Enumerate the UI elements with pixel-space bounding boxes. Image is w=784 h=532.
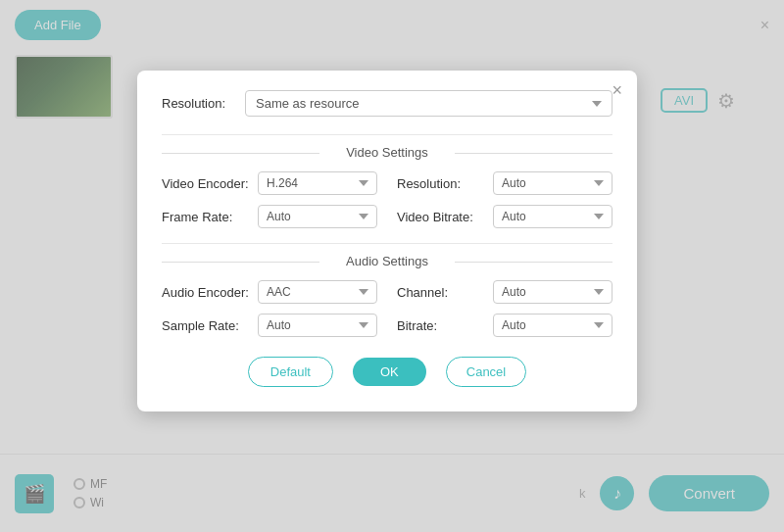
sample-rate-row: Sample Rate: Auto — [162, 314, 377, 337]
frame-rate-label: Frame Rate: — [162, 210, 250, 224]
channel-label: Channel: — [397, 285, 485, 300]
ok-button[interactable]: OK — [353, 358, 426, 386]
video-encoder-label: Video Encoder: — [162, 176, 250, 191]
video-bitrate-select[interactable]: Auto — [493, 205, 612, 228]
channel-select[interactable]: Auto — [493, 280, 612, 304]
bitrate-label: Bitrate: — [397, 318, 485, 333]
resolution-select[interactable]: Same as resource — [245, 90, 612, 117]
frame-rate-select[interactable]: Auto — [258, 205, 377, 228]
audio-encoder-label: Audio Encoder: — [162, 285, 250, 300]
default-button[interactable]: Default — [248, 357, 333, 387]
audio-encoder-select[interactable]: AAC — [258, 280, 377, 304]
resolution-setting-label: Resolution: — [397, 176, 485, 191]
frame-rate-row: Frame Rate: Auto — [162, 205, 377, 228]
video-settings-title: Video Settings — [162, 145, 612, 160]
modal-close-button[interactable]: × — [612, 80, 622, 101]
bitrate-select[interactable]: Auto — [493, 314, 612, 337]
audio-settings-title: Audio Settings — [162, 254, 612, 268]
resolution-label: Resolution: — [162, 96, 235, 111]
cancel-button[interactable]: Cancel — [446, 357, 526, 387]
video-bitrate-row: Video Bitrate: Auto — [397, 205, 612, 228]
resolution-setting-row: Resolution: Auto — [397, 171, 612, 195]
divider-2 — [162, 243, 612, 244]
channel-row: Channel: Auto — [397, 280, 612, 304]
audio-settings-grid: Audio Encoder: AAC Channel: Auto Sample … — [162, 280, 612, 337]
resolution-setting-select[interactable]: Auto — [493, 171, 612, 195]
audio-encoder-row: Audio Encoder: AAC — [162, 280, 377, 304]
video-encoder-row: Video Encoder: H.264 — [162, 171, 377, 195]
settings-modal: × Resolution: Same as resource Video Set… — [137, 71, 637, 411]
bitrate-row: Bitrate: Auto — [397, 314, 612, 337]
modal-actions: Default OK Cancel — [162, 357, 612, 387]
app-background: Add File × AVI ⚙ 🎬 MF Wi — [0, 0, 784, 532]
divider-1 — [162, 134, 612, 135]
sample-rate-label: Sample Rate: — [162, 318, 250, 333]
video-encoder-select[interactable]: H.264 — [258, 171, 377, 195]
sample-rate-select[interactable]: Auto — [258, 314, 377, 337]
resolution-row: Resolution: Same as resource — [162, 90, 612, 117]
video-bitrate-label: Video Bitrate: — [397, 210, 485, 224]
video-settings-grid: Video Encoder: H.264 Resolution: Auto Fr… — [162, 171, 612, 228]
